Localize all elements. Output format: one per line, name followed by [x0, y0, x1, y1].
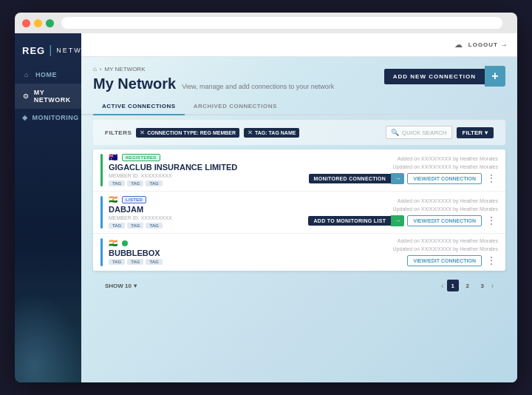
- sidebar-item-monitoring[interactable]: ◈ MONITORING: [15, 109, 81, 126]
- connection-badges: 🇮🇳: [109, 240, 393, 247]
- add-to-monitoring-arrow[interactable]: →: [391, 215, 404, 226]
- app-window: REG | NETWORK ⌂ HOME ⊙ MY NETWORK ◈ MONI…: [15, 13, 517, 382]
- tag: TAG: [109, 259, 125, 265]
- view-edit-connection-button[interactable]: VIEW/EDIT CONNECTION: [407, 215, 482, 226]
- monitored-connection-arrow[interactable]: →: [391, 173, 404, 184]
- filter-left: FILTERS ✕ CONNECTION TYPE: REG MEMBER ✕ …: [105, 128, 299, 138]
- sidebar-item-network-label: MY NETWORK: [34, 89, 74, 104]
- connection-badges: 🇦🇺 REGISTERED: [109, 154, 309, 161]
- flag-icon: 🇮🇳: [109, 240, 119, 247]
- maximize-dot[interactable]: [46, 19, 54, 27]
- header-right: ☁ LOGOUT →: [454, 40, 508, 50]
- close-dot[interactable]: [22, 19, 30, 27]
- add-to-monitoring-label: ADD TO MONITORING LIST: [313, 218, 386, 223]
- logo-divider: |: [49, 44, 52, 57]
- connection-meta-updated: Updated on XX/XX/XXXX by Heather Morales: [308, 206, 498, 212]
- flag-icon: 🇦🇺: [109, 154, 119, 161]
- tabs-bar: ACTIVE CONNECTIONS ARCHIVED CONNECTIONS: [81, 98, 517, 115]
- flag-icon: 🇮🇳: [109, 196, 119, 203]
- page-area: ⌂ › MY NETWORK My Network View, manage a…: [81, 57, 517, 382]
- logout-button[interactable]: LOGOUT →: [468, 41, 508, 49]
- more-options-icon[interactable]: ⋮: [485, 254, 498, 266]
- sidebar-item-my-network[interactable]: ⊙ MY NETWORK: [15, 84, 81, 109]
- connection-info: 🇦🇺 REGISTERED GIGACLUB INSURANCE LIMITED…: [109, 154, 309, 186]
- tag: TAG: [127, 180, 143, 186]
- connection-meta-updated: Updated on XX/XX/XXXX by Heather Morales: [393, 246, 498, 251]
- sidebar-item-monitoring-label: MONITORING: [33, 114, 79, 121]
- connection-tags: TAG TAG TAG: [109, 259, 393, 265]
- filter-right: 🔍 QUICK SEARCH FILTER ▾: [386, 126, 494, 139]
- connection-badges: 🇮🇳 LISTED: [109, 196, 308, 203]
- connection-number: MEMBER ID: XXXXXXXXX: [109, 173, 309, 178]
- page-number-2[interactable]: 2: [462, 280, 474, 291]
- page-header: ⌂ › MY NETWORK My Network View, manage a…: [81, 57, 517, 98]
- next-page-icon[interactable]: ›: [491, 282, 494, 290]
- app-layout: REG | NETWORK ⌂ HOME ⊙ MY NETWORK ◈ MONI…: [15, 33, 517, 382]
- filter-chip-tag-x[interactable]: ✕: [248, 129, 253, 136]
- connection-name: DABJAM: [109, 205, 308, 214]
- page-title: My Network: [93, 75, 176, 92]
- connection-info: 🇮🇳 LISTED DABJAM MEMBER ID: XXXXXXXXX TA…: [109, 196, 308, 229]
- registered-badge: REGISTERED: [122, 154, 160, 161]
- logo-reg: REG: [22, 45, 45, 56]
- prev-page-icon[interactable]: ‹: [441, 282, 443, 290]
- filter-chevron-icon: ▾: [485, 129, 488, 136]
- connection-meta-added: Added on XX/XX/XXXX by Heather Morales: [308, 198, 498, 203]
- quick-search-input[interactable]: 🔍 QUICK SEARCH: [386, 126, 452, 139]
- list-footer: SHOW 10 ▾ ‹ 1 2 3 ›: [93, 274, 505, 297]
- status-dot-icon: [122, 240, 128, 246]
- search-icon: 🔍: [391, 129, 399, 136]
- connection-tags: TAG TAG TAG: [109, 180, 309, 186]
- tag: TAG: [146, 180, 162, 186]
- tab-archived-connections[interactable]: ARCHIVED CONNECTIONS: [185, 98, 286, 115]
- add-new-connection-button[interactable]: ADD NEW CONNECTION: [384, 69, 485, 84]
- table-row: 🇦🇺 REGISTERED GIGACLUB INSURANCE LIMITED…: [93, 149, 505, 192]
- table-row: 🇮🇳 BUBBLEBOX TAG TAG TAG: [93, 234, 505, 271]
- header-bar: ☁ LOGOUT →: [81, 33, 517, 57]
- connection-actions: Added on XX/XX/XXXX by Heather Morales U…: [393, 238, 498, 266]
- cloud-icon: ☁: [454, 40, 463, 50]
- monitored-connection-label: MONITORED CONNECTION: [314, 176, 386, 181]
- filter-button[interactable]: FILTER ▾: [457, 127, 494, 138]
- sidebar-item-home[interactable]: ⌂ HOME: [15, 66, 81, 84]
- connection-name: GIGACLUB INSURANCE LIMITED: [109, 163, 309, 172]
- connection-info: 🇮🇳 BUBBLEBOX TAG TAG TAG: [109, 240, 393, 265]
- breadcrumb-separator: ›: [100, 66, 102, 72]
- sidebar: REG | NETWORK ⌂ HOME ⊙ MY NETWORK ◈ MONI…: [15, 33, 81, 382]
- connection-name: BUBBLEBOX: [109, 249, 393, 257]
- quick-search-placeholder: QUICK SEARCH: [402, 129, 447, 136]
- status-indicator: [100, 154, 103, 186]
- sidebar-nav: ⌂ HOME ⊙ MY NETWORK ◈ MONITORING: [15, 66, 81, 126]
- view-edit-connection-button[interactable]: VIEW/EDIT CONNECTION: [407, 173, 482, 184]
- filter-chip-connection-type: ✕ CONNECTION TYPE: REG MEMBER: [136, 128, 239, 138]
- tag: TAG: [109, 223, 125, 229]
- show-count-select[interactable]: SHOW 10 ▾: [105, 283, 137, 289]
- home-icon: ⌂: [22, 71, 31, 78]
- page-number-1[interactable]: 1: [447, 280, 459, 291]
- filter-bar: FILTERS ✕ CONNECTION TYPE: REG MEMBER ✕ …: [93, 120, 505, 145]
- pagination: ‹ 1 2 3 ›: [441, 280, 494, 291]
- view-edit-connection-button[interactable]: VIEW/EDIT CONNECTION: [407, 255, 482, 266]
- sidebar-item-home-label: HOME: [35, 71, 57, 78]
- monitored-connection-button[interactable]: MONITORED CONNECTION: [309, 174, 392, 183]
- url-bar[interactable]: [61, 17, 502, 29]
- add-connection-plus-icon[interactable]: +: [485, 66, 505, 87]
- filter-chip-tag-label: TAG: TAG NAME: [255, 130, 296, 135]
- connection-actions: Added on XX/XX/XXXX by Heather Morales U…: [309, 156, 498, 184]
- more-options-icon[interactable]: ⋮: [485, 215, 498, 226]
- tag: TAG: [127, 223, 143, 229]
- main-content: ☁ LOGOUT → ⌂ › MY NETWORK: [81, 33, 517, 382]
- page-subtitle: View, manage and add connections to your…: [182, 83, 334, 90]
- logout-label: LOGOUT: [468, 41, 498, 48]
- tab-active-connections[interactable]: ACTIVE CONNECTIONS: [93, 98, 185, 115]
- breadcrumb-text: MY NETWORK: [105, 66, 146, 72]
- more-options-icon[interactable]: ⋮: [485, 172, 498, 184]
- tag: TAG: [109, 180, 125, 186]
- filter-chip-connection-type-x[interactable]: ✕: [140, 129, 145, 136]
- minimize-dot[interactable]: [34, 19, 42, 27]
- titlebar: [15, 13, 517, 33]
- add-to-monitoring-button[interactable]: ADD TO MONITORING LIST: [308, 216, 391, 226]
- page-number-3[interactable]: 3: [477, 280, 488, 291]
- show-count-label: SHOW 10: [105, 283, 132, 289]
- connection-number: MEMBER ID: XXXXXXXXX: [109, 215, 308, 220]
